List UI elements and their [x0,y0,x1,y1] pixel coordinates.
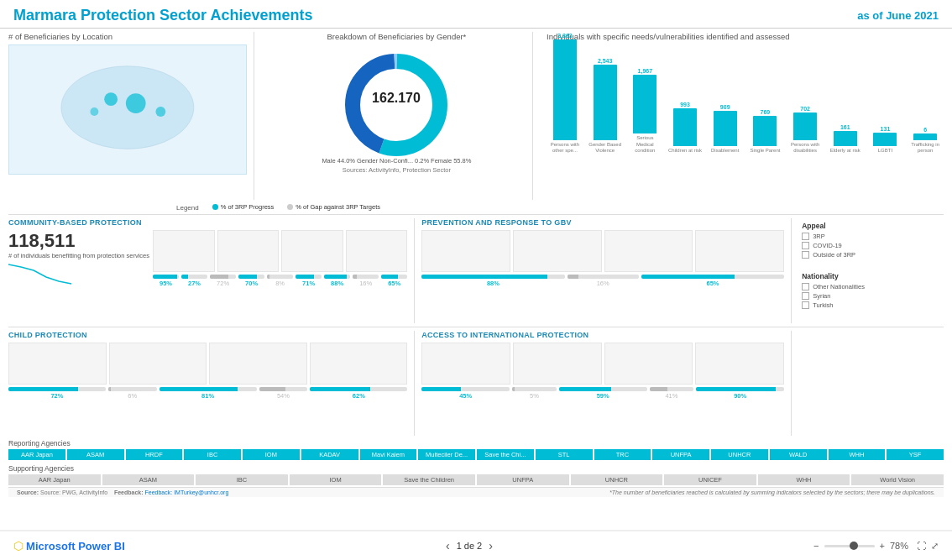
footer-note: *The number of beneficiaries reached is … [609,489,935,495]
supporting-agency-chip[interactable]: UNFPA [477,474,569,485]
bar-label: Persons with other spe... [548,142,582,154]
vulnerabilities-chart: 3,863 Persons with other spe... 2,543 Ge… [547,44,944,154]
reporting-agency-chip[interactable]: UNHCR [711,449,768,460]
vulnerability-bar-group: 1,967 Serious Medical condition [626,68,663,154]
pagination-next[interactable]: › [489,539,493,552]
reporting-agency-chip[interactable]: IBC [184,449,241,460]
checkbox-outside[interactable] [802,251,809,259]
zoom-slider[interactable] [824,545,875,547]
reporting-agency-chip[interactable]: ASAM [67,449,124,460]
reporting-agency-chip[interactable]: AAR Japan [8,449,65,460]
footer-source-feedback: Source: Source: PWG, ActivityInfo Feedba… [17,489,228,495]
bar-value: 769 [761,109,771,115]
supporting-agency-chip[interactable]: Save the Children [383,474,475,485]
supporting-agency-chip[interactable]: World Vision [851,474,944,485]
cp-card-1 [8,343,107,385]
aip-card-4 [695,343,784,385]
reporting-agency-chip[interactable]: STL [536,449,593,460]
reporting-agency-chip[interactable]: WHH [829,449,886,460]
legend-gap: % of Gap against 3RP Targets [287,203,380,211]
bar-value: 3,863 [557,33,573,39]
reporting-agency-chip[interactable]: Save the Chi... [477,449,534,460]
svg-text:162.170: 162.170 [373,91,421,105]
appeal-3rp[interactable]: 3RP [802,233,940,240]
supporting-agency-chip[interactable]: AAR Japan [8,474,101,485]
svg-point-2 [104,92,118,106]
cbp-progress-bar-item: 95% [153,275,179,287]
cbp-progress-bar-item: 88% [324,275,350,287]
cbp-progress-bar-item: 72% [210,275,236,287]
bar-value: 2,543 [598,58,613,64]
reporting-agency-chip[interactable]: UNFPA [652,449,709,460]
reporting-agency-chip[interactable]: Mavi Kalem [360,449,417,460]
supporting-agency-chip[interactable]: ASAM [102,474,195,485]
cbp-progress-bar-item: 70% [238,275,264,287]
bar-value: 909 [720,104,730,110]
supporting-agency-chip[interactable]: IOM [290,474,382,485]
reporting-agency-chip[interactable]: HRDF [126,449,183,460]
nationality-syrian[interactable]: Syrian [802,292,940,300]
cp-card-2 [109,343,207,385]
supporting-agency-chip[interactable]: IBC [196,474,288,485]
pagination-prev[interactable]: ‹ [446,539,450,552]
reporting-agency-chip[interactable]: TRC [594,449,651,460]
footer-source: Source: Source: PWG, ActivityInfo [17,489,107,495]
gbv-progress-row: 88% 16% 65% [421,275,784,287]
cbp-progress-bar-item: 27% [181,275,207,287]
checkbox-3rp[interactable] [802,233,809,240]
pagination: ‹ 1 de 2 › [446,539,493,552]
gbv-heading: PREVENTION AND RESPONSE TO GBV [421,218,784,227]
reporting-agency-chip[interactable]: IOM [243,449,300,460]
location-map [9,45,246,174]
cp-card-3 [209,343,307,385]
gbv-section: PREVENTION AND RESPONSE TO GBV 88% 16% [421,218,792,323]
reporting-agency-chip[interactable]: KADAV [301,449,358,460]
aip-card-2 [513,343,602,385]
powerbi-brand: ⬡ Microsoft Power BI [13,539,125,552]
svg-point-5 [90,107,98,116]
reporting-agency-chip[interactable]: YSF [887,449,944,460]
filters-section: Appeal 3RP COVID-19 Outside of 3RP [798,218,944,323]
nationality-other[interactable]: Other Nationalities [802,283,940,290]
vulnerabilities-title: Individuals with specific needs/vulnerab… [547,32,944,41]
vulnerability-bar-group: 702 Persons with disabilities [787,106,824,154]
reporting-agency-chip[interactable]: Multeciler De... [418,449,475,460]
supporting-agencies-section: Supporting Agencies AAR JapanASAMIBCIOMS… [8,464,944,485]
page-title: Marmara Protection Sector Achievements [13,7,312,24]
cbp-progress-bar-item: 16% [353,275,379,287]
nationality-turkish[interactable]: Turkish [802,301,940,309]
supporting-agency-chip[interactable]: WHH [758,474,850,485]
expand-icon[interactable]: ⤢ [931,541,939,552]
bar-label: LGBTI [878,148,892,154]
supporting-agencies-label: Supporting Agencies [8,464,944,473]
cbp-heading: COMMUNITY-BASED PROTECTION [8,218,407,227]
zoom-level: 78% [890,541,908,551]
dot-cyan-icon [212,204,218,210]
reporting-agency-chip[interactable]: WALD [770,449,827,460]
gbv-card-3 [604,230,693,272]
reporting-agencies-bar: AAR JapanASAMHRDFIBCIOMKADAVMavi KalemMu… [8,449,944,460]
zoom-plus[interactable]: + [880,541,885,551]
cbp-trend-chart [8,260,76,285]
checkbox-covid[interactable] [802,242,809,249]
bar-label: Disablement [711,148,739,154]
checkbox-syrian[interactable] [802,292,809,300]
bar-value: 161 [840,124,850,130]
cbp-progress-bars: 95% 27% 72% 70% 8% 71% 88% 16% 65% [153,275,407,287]
appeal-outside[interactable]: Outside of 3RP [802,251,940,259]
fullscreen-icon[interactable]: ⛶ [917,541,926,551]
svg-point-3 [126,93,146,113]
supporting-agency-chip[interactable]: UNICEF [664,474,756,485]
checkbox-other-nat[interactable] [802,283,809,290]
cbp-progress-bar-item: 65% [381,275,407,287]
checkbox-turkish[interactable] [802,301,809,309]
zoom-minus[interactable]: − [813,541,819,551]
aip-card-1 [421,343,510,385]
appeal-covid[interactable]: COVID-19 [802,242,940,249]
supporting-agency-chip[interactable]: UNHCR [571,474,663,485]
location-title: # of Beneficiaries by Location [8,32,247,41]
vulnerability-bar-group: 909 Disablement [707,104,744,154]
footer: Source: Source: PWG, ActivityInfo Feedba… [8,487,944,497]
location-section: # of Beneficiaries by Location [8,32,254,200]
zoom-controls: − + 78% ⛶ ⤢ [813,541,939,552]
